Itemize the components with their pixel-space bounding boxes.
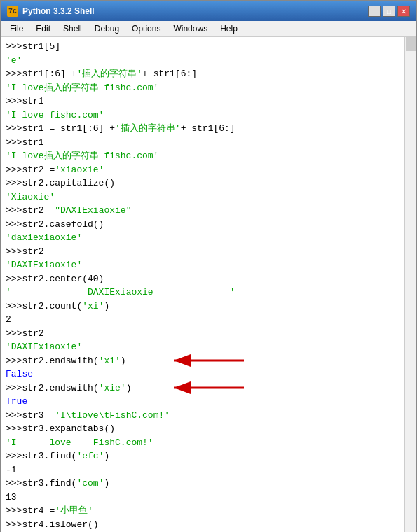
- shell-line-str3-assign: >>> str3 = 'I\tlove\tFishC.com!': [6, 409, 402, 423]
- shell-output-5: 'I love插入的字符串 fishc.com': [6, 149, 402, 163]
- shell-line-2: >>> str1[:6] + '插入的字符串' + str1[6:]: [6, 67, 402, 81]
- shell-line-endswith-xi: >>> str2.endswith('xi'): [6, 354, 402, 368]
- menu-debug[interactable]: Debug: [89, 22, 125, 35]
- shell-line-expandtabs: >>> str3.expandtabs(): [6, 422, 402, 436]
- main-window: 7c Python 3.3.2 Shell _ □ ✕ File Edit Sh…: [0, 0, 417, 532]
- shell-output-find-com: 13: [6, 491, 402, 505]
- shell-line-11: >>> str2.center(40): [6, 272, 402, 286]
- shell-line-islower: >>> str4.islower(): [6, 518, 402, 532]
- window-controls: _ □ ✕: [368, 6, 410, 17]
- red-arrow-1: [167, 353, 251, 368]
- title-bar: 7c Python 3.3.2 Shell _ □ ✕: [1, 1, 416, 21]
- menu-file[interactable]: File: [4, 22, 29, 35]
- shell-line-5: >>> str1: [6, 136, 402, 150]
- shell-line-1: >>> str1[5]: [6, 40, 402, 54]
- shell-line-10: >>> str2: [6, 245, 402, 259]
- minimize-button[interactable]: _: [368, 6, 381, 17]
- shell-line-7: >>> str2.capitalize(): [6, 176, 402, 190]
- shell-line-4: >>> str1 = str1[:6] + '插入的字符串' + str1[6:…: [6, 122, 402, 136]
- shell-output-7: 'Xiaoxie': [6, 190, 402, 204]
- shell-output-11: ' DAXIExiaoxie ': [6, 286, 402, 300]
- shell-line-12: >>> str2.count('xi'): [6, 300, 402, 314]
- shell-line-9: >>> str2.casefold(): [6, 218, 402, 232]
- menubar: File Edit Shell Debug Options Windows He…: [1, 21, 416, 37]
- shell-output-1: 'e': [6, 54, 402, 68]
- scrollbar[interactable]: [404, 37, 416, 532]
- scrollbar-thumb[interactable]: [406, 37, 416, 51]
- close-button[interactable]: ✕: [397, 6, 410, 17]
- shell-output-find-efc: -1: [6, 463, 402, 477]
- shell-output-3: 'I love fishc.com': [6, 108, 402, 122]
- menu-help[interactable]: Help: [214, 22, 243, 35]
- title-bar-left: 7c Python 3.3.2 Shell: [7, 6, 95, 17]
- shell-line-endswith-xie: >>> str2.endswith('xie'): [6, 382, 402, 396]
- shell-line-3: >>> str1: [6, 94, 402, 108]
- app-icon: 7c: [7, 6, 18, 17]
- shell-output-endswith-xie: True: [6, 395, 402, 409]
- menu-shell[interactable]: Shell: [57, 22, 88, 35]
- shell-line-6: >>> str2 = 'xiaoxie': [6, 163, 402, 177]
- menu-options[interactable]: Options: [126, 22, 166, 35]
- shell-output-12: 2: [6, 313, 402, 327]
- menu-windows[interactable]: Windows: [168, 22, 213, 35]
- shell-line-13: >>> str2: [6, 327, 402, 341]
- shell-output[interactable]: >>> str1[5] 'e' >>> str1[:6] + '插入的字符串' …: [1, 37, 416, 532]
- shell-line-find-efc: >>> str3.find('efc'): [6, 449, 402, 463]
- shell-output-expandtabs: 'I love FishC.com!': [6, 436, 402, 450]
- shell-output-10: 'DAXIExiaoxie': [6, 258, 402, 272]
- shell-line-find-com: >>> str3.find('com'): [6, 477, 402, 491]
- shell-line-8: >>> str2 = "DAXIExiaoxie": [6, 204, 402, 218]
- menu-edit[interactable]: Edit: [30, 22, 56, 35]
- shell-line-str4-assign: >>> str4 = '小甲鱼': [6, 504, 402, 518]
- red-arrow-2: [167, 380, 251, 396]
- maximize-button[interactable]: □: [383, 6, 395, 17]
- window-title: Python 3.3.2 Shell: [22, 6, 95, 16]
- shell-output-9: 'daxiexiaoxie': [6, 231, 402, 245]
- shell-output-2: 'I love插入的字符串 fishc.com': [6, 81, 402, 95]
